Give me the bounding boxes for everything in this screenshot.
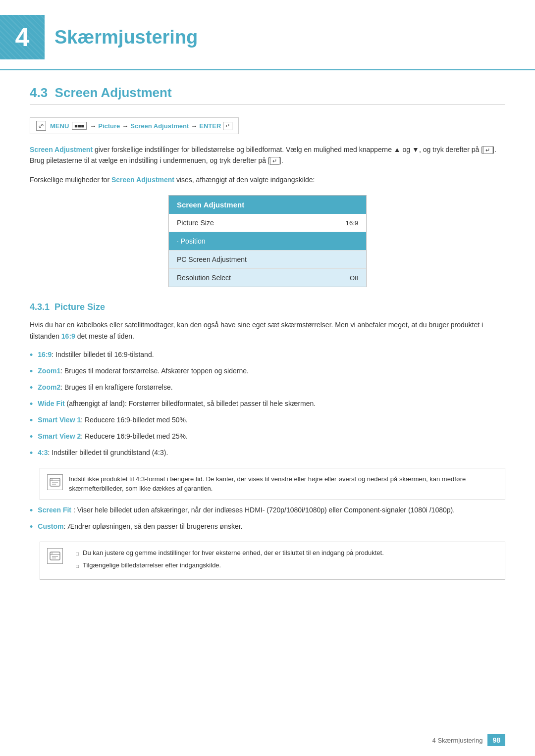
picture-size-intro: Hvis du har en kabelboks eller satellitm… bbox=[30, 319, 505, 342]
note-icon-2 bbox=[47, 548, 63, 564]
section-heading: 4.3 Screen Adjustment bbox=[30, 85, 505, 105]
footer-chapter-label: 4 Skærmjustering bbox=[432, 737, 483, 744]
arrow3: → bbox=[191, 122, 197, 130]
svg-rect-0 bbox=[50, 478, 60, 486]
bullet-dot: • bbox=[30, 504, 33, 517]
list-item: • Smart View 2: Reducere 16:9-billedet m… bbox=[30, 431, 505, 444]
bullet-dot: • bbox=[30, 349, 33, 362]
bullet-dot: • bbox=[30, 520, 33, 534]
sub-bullet-square: □ bbox=[76, 562, 79, 570]
bullet-dot: • bbox=[30, 398, 33, 411]
sa-box-title: Screen Adjustment bbox=[169, 196, 366, 214]
footer-page-number: 98 bbox=[487, 734, 505, 746]
arrow1: → bbox=[90, 122, 96, 130]
note-box-2: □ Du kan justere og gemme indstillinger … bbox=[40, 542, 505, 580]
list-item: • Custom: Ændrer opløsningen, så den pas… bbox=[30, 521, 505, 534]
bullet-list-2: • Screen Fit : Viser hele billedet uden … bbox=[30, 505, 505, 534]
enter-sym1: ↵ bbox=[483, 146, 492, 154]
chapter-title: Skærmjustering bbox=[54, 27, 198, 48]
bullet-dot: • bbox=[30, 381, 33, 395]
bullet-dot: • bbox=[30, 430, 33, 444]
sa-row-pc-screen: PC Screen Adjustment bbox=[169, 251, 366, 269]
sa-row-resolution-select: Resolution Select Off bbox=[169, 269, 366, 287]
menu-icon-grid: ■■■ bbox=[72, 122, 87, 130]
note-icon-1 bbox=[47, 474, 63, 490]
chapter-number: 4 bbox=[0, 15, 45, 59]
chapter-header: 4 Skærmjustering bbox=[0, 0, 535, 70]
bullet-list: • 16:9: Indstiller billedet til 16:9-til… bbox=[30, 350, 505, 460]
footer: 4 Skærmjustering 98 bbox=[432, 734, 505, 746]
enter-icon: ↵ bbox=[223, 122, 232, 130]
sa-row-picture-size: Picture Size 16:9 bbox=[169, 214, 366, 232]
sub-bullet-list: □ Du kan justere og gemme indstillinger … bbox=[76, 548, 384, 570]
sub-bullet-square: □ bbox=[76, 550, 79, 557]
svg-rect-5 bbox=[50, 552, 60, 560]
sa-row-position: · Position bbox=[169, 232, 366, 251]
bullet-dot: • bbox=[30, 414, 33, 427]
note-text-1: Indstil ikke produktet til 4:3-format i … bbox=[69, 474, 498, 494]
menu-icon: ☍ bbox=[36, 121, 46, 131]
list-item: • Zoom2: Bruges til en kraftigere forstø… bbox=[30, 382, 505, 395]
bullet-dot: • bbox=[30, 365, 33, 378]
intro-bold: Screen Adjustment bbox=[30, 146, 93, 153]
arrow2: → bbox=[122, 122, 128, 130]
list-item: • Screen Fit : Viser hele billedet uden … bbox=[30, 505, 505, 517]
menu-label: MENU bbox=[50, 122, 69, 130]
note-2-content: □ Du kan justere og gemme indstillinger … bbox=[69, 548, 384, 573]
menu-path: ☍ MENU ■■■ → Picture → Screen Adjustment… bbox=[30, 117, 239, 134]
sub-bullet-item: □ Tilgængelige billedstørrelser efter in… bbox=[76, 560, 384, 570]
list-item: • Wide Fit (afhængigt af land): Forstørr… bbox=[30, 399, 505, 411]
list-item: • Smart View 1: Reducere 16:9-billedet m… bbox=[30, 415, 505, 427]
list-item: • Zoom1: Bruges til moderat forstørrelse… bbox=[30, 366, 505, 378]
note-box-1: Indstil ikke produktet til 4:3-format i … bbox=[40, 468, 505, 500]
intro-paragraph: Screen Adjustment giver forskellige inds… bbox=[30, 144, 505, 166]
bullet-dot: • bbox=[30, 447, 33, 460]
list-item: • 4:3: Indstiller billedet til grundtils… bbox=[30, 448, 505, 460]
main-content: 4.3 Screen Adjustment ☍ MENU ■■■ → Pictu… bbox=[0, 85, 535, 614]
subsection-heading: 4.3.1 Picture Size bbox=[30, 302, 505, 312]
screen-adjustment-box: Screen Adjustment Picture Size 16:9 · Po… bbox=[168, 195, 367, 287]
enter-sym2: ↵ bbox=[270, 157, 279, 165]
list-item: • 16:9: Indstiller billedet til 16:9-til… bbox=[30, 350, 505, 362]
picture-label: Picture bbox=[98, 122, 120, 130]
enter-label: ENTER bbox=[199, 122, 221, 130]
various-text: Forskellige muligheder for Screen Adjust… bbox=[30, 174, 505, 185]
screen-adjustment-label: Screen Adjustment bbox=[130, 122, 189, 130]
sub-bullet-item: □ Du kan justere og gemme indstillinger … bbox=[76, 548, 384, 558]
